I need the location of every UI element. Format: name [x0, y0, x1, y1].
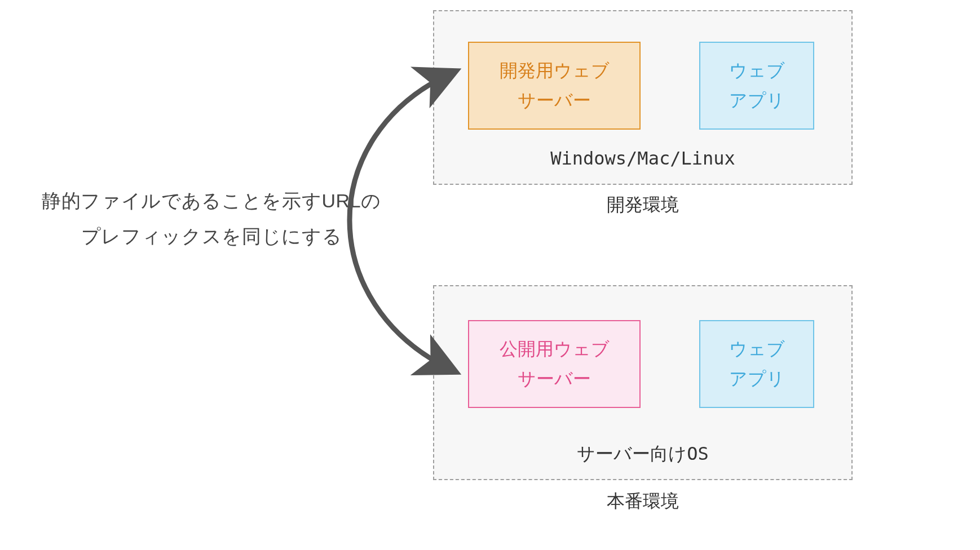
prod-server-line1: 公開用ウェブ [500, 334, 610, 364]
prod-server-line2: サーバー [518, 364, 591, 394]
prod-web-app-node: ウェブ アプリ [699, 320, 814, 408]
prod-app-line2: アプリ [729, 364, 785, 394]
caption-line1: 静的ファイルであることを示すURLの [42, 190, 381, 211]
prod-env-label: 本番環境 [433, 489, 853, 514]
dev-server-line2: サーバー [518, 86, 591, 116]
prod-app-line1: ウェブ [729, 334, 785, 364]
dev-app-line2: アプリ [729, 86, 785, 116]
dev-server-line1: 開発用ウェブ [500, 56, 610, 86]
dev-app-line1: ウェブ [729, 56, 785, 86]
caption-text: 静的ファイルであることを示すURLの プレフィックスを同じにする [31, 183, 392, 254]
prod-web-server-node: 公開用ウェブ サーバー [468, 320, 641, 408]
dev-web-app-node: ウェブ アプリ [699, 42, 814, 130]
dev-os-label: Windows/Mac/Linux [433, 148, 853, 169]
prod-os-label: サーバー向けOS [433, 442, 853, 467]
diagram-stage: 静的ファイルであることを示すURLの プレフィックスを同じにする 開発用ウェブ … [0, 0, 980, 550]
dev-web-server-node: 開発用ウェブ サーバー [468, 42, 641, 130]
dev-env-label: 開発環境 [433, 193, 853, 218]
caption-line2: プレフィックスを同じにする [81, 225, 342, 247]
